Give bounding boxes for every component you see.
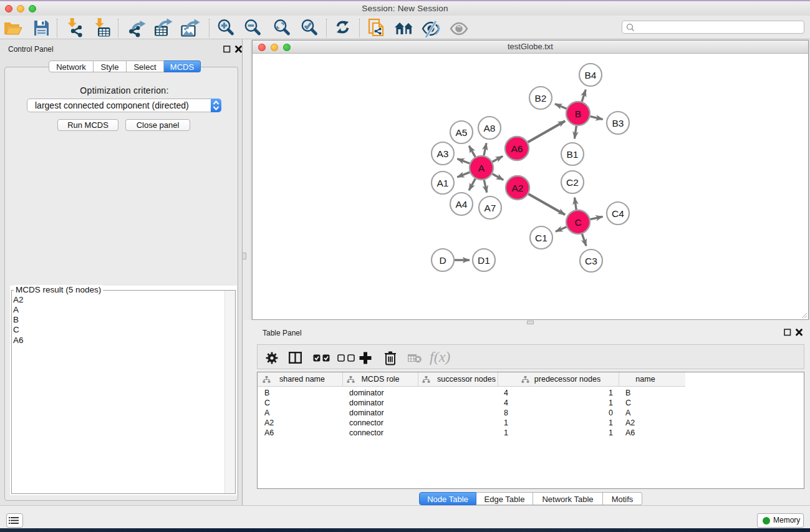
svg-text:B: B — [575, 109, 581, 119]
svg-text:A2: A2 — [512, 183, 524, 193]
svg-text:A5: A5 — [456, 127, 468, 138]
svg-text:A4: A4 — [456, 199, 468, 210]
svg-text:B2: B2 — [535, 93, 547, 104]
svg-text:C4: C4 — [612, 208, 624, 219]
svg-text:A8: A8 — [484, 123, 496, 133]
svg-text:A3: A3 — [437, 148, 449, 159]
svg-text:B3: B3 — [612, 118, 624, 128]
svg-text:B1: B1 — [567, 149, 579, 160]
svg-text:D1: D1 — [478, 255, 490, 266]
svg-text:A6: A6 — [511, 143, 523, 154]
svg-text:C2: C2 — [566, 177, 579, 188]
svg-text:B4: B4 — [585, 70, 597, 80]
svg-text:C: C — [574, 217, 581, 228]
svg-text:D: D — [439, 255, 446, 266]
svg-text:A7: A7 — [485, 203, 496, 213]
svg-text:C3: C3 — [585, 256, 597, 266]
svg-text:A1: A1 — [437, 178, 449, 188]
svg-text:A: A — [478, 163, 485, 173]
svg-text:C1: C1 — [535, 233, 547, 243]
